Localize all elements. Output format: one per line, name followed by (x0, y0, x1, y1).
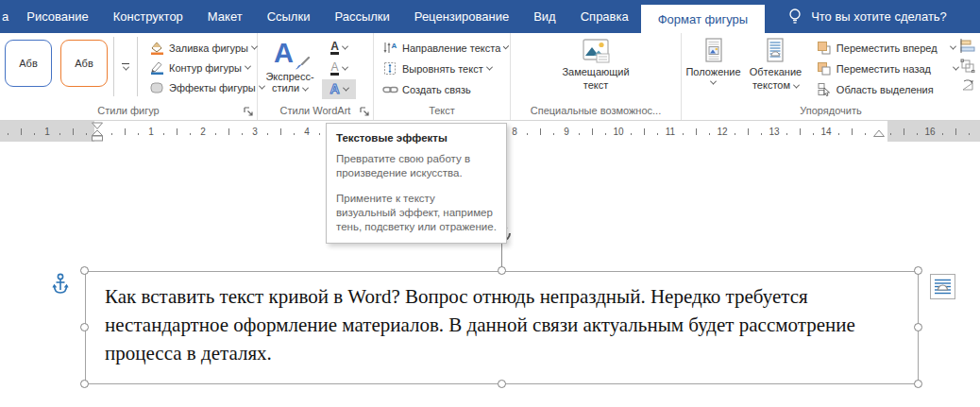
wrap-text-icon (764, 37, 786, 65)
shape-style-preview-2[interactable]: Абв (60, 40, 108, 87)
resize-handle-bottom-center[interactable] (498, 380, 506, 388)
group-text: A Направление текста Выровнять текст Соз… (374, 33, 511, 120)
tab-partial[interactable]: а (0, 0, 14, 33)
chevron-down-icon (342, 43, 348, 50)
chevron-down-icon (343, 85, 349, 92)
paint-bucket-icon (148, 41, 165, 56)
tab-view[interactable]: Вид (521, 0, 568, 33)
chain-link-icon (381, 82, 398, 97)
tell-me-label: Что вы хотите сделать? (811, 9, 947, 24)
group-label-arrange: Упорядочить (682, 105, 980, 116)
create-link-label: Создать связь (402, 84, 471, 95)
quick-styles-label-1: Экспресс- (265, 71, 313, 82)
ruler-number: 8 (509, 126, 520, 138)
selection-pane-button[interactable]: Область выделения (814, 80, 960, 98)
word-window: а Рисование Конструктор Макет Ссылки Рас… (0, 0, 980, 407)
ruler-number: 10 (610, 126, 626, 138)
group-label-shape-styles: Стили фигур (0, 105, 257, 116)
tab-design[interactable]: Конструктор (101, 0, 195, 33)
tab-shape-format-active[interactable]: Формат фигуры (641, 5, 765, 33)
resize-handle-middle-left[interactable] (80, 323, 89, 331)
text-fill-button[interactable]: A (322, 38, 356, 58)
shape-fill-label: Заливка фигуры (169, 42, 248, 54)
text-direction-icon: A (381, 41, 398, 56)
align-text-icon (381, 61, 398, 76)
chevron-down-icon (245, 63, 251, 70)
shape-effects-button[interactable]: Эффекты фигуры (146, 78, 266, 96)
align-text-button[interactable]: Выровнять текст (380, 59, 510, 77)
ruler-number: 1 (42, 126, 53, 138)
ruler-number: 3 (249, 126, 261, 138)
wrap-text-label-2: текстом (752, 79, 790, 91)
shape-outline-button[interactable]: Контур фигуры (146, 59, 266, 76)
group-objects-icon[interactable] (960, 59, 980, 73)
ruler-number: 2 (197, 126, 209, 138)
shape-fill-button[interactable]: Заливка фигуры (146, 39, 266, 57)
resize-handle-bottom-right[interactable] (914, 380, 922, 388)
wordart-a-icon: A (274, 38, 294, 68)
resize-handle-top-left[interactable] (80, 266, 89, 275)
bring-forward-button[interactable]: Переместить вперед (814, 39, 960, 57)
svg-text:A: A (392, 42, 397, 50)
tab-drawing[interactable]: Рисование (14, 0, 100, 33)
quick-styles-label-2: стили (272, 82, 299, 93)
send-backward-button[interactable]: Переместить назад (814, 59, 960, 77)
text-outline-button[interactable]: A (322, 59, 356, 78)
tooltip-body-2: Примените к тексту визуальный эффект, на… (336, 192, 497, 234)
ruler-number: 1 (145, 126, 157, 138)
align-objects-icon[interactable] (960, 39, 980, 53)
dialog-launcher-icon[interactable] (243, 106, 254, 117)
bring-forward-label: Переместить вперед (836, 42, 938, 54)
alt-text-label-2: текст (583, 78, 609, 92)
send-backward-label: Переместить назад (836, 63, 931, 75)
first-line-indent-marker[interactable] (91, 122, 104, 142)
selection-pane-icon (816, 82, 833, 97)
tab-review[interactable]: Рецензирование (402, 0, 521, 33)
ruler-number: 4 (301, 126, 313, 138)
ribbon-tab-bar: а Рисование Конструктор Макет Ссылки Рас… (0, 0, 980, 33)
right-indent-marker[interactable] (872, 129, 886, 138)
ribbon: Абв Абв Заливка фигуры (0, 33, 980, 121)
group-accessibility: Замещающий текст Специальные возможнос..… (511, 33, 682, 120)
create-link-button[interactable]: Создать связь (380, 80, 510, 98)
rotate-objects-icon[interactable] (960, 78, 980, 93)
text-direction-button[interactable]: A Направление текста (380, 39, 510, 57)
position-label: Положение (685, 65, 740, 78)
shape-style-preview-1[interactable]: Абв (5, 40, 52, 87)
selected-text-box[interactable]: Как вставить текст кривой в Word? Вопрос… (85, 271, 919, 384)
rotate-handle-stem (501, 244, 502, 267)
chevron-down-icon (302, 84, 309, 91)
text-effects-button[interactable]: A (322, 79, 356, 99)
group-label-accessibility: Специальные возможнос... (511, 105, 681, 116)
shape-effect-icon (148, 80, 165, 95)
resize-handle-top-center[interactable] (498, 266, 506, 275)
ruler-number: 11 (663, 126, 678, 138)
picture-icon (580, 37, 612, 65)
tab-references[interactable]: Ссылки (255, 0, 323, 33)
resize-handle-middle-right[interactable] (914, 323, 922, 331)
chevron-down-icon (793, 81, 800, 88)
dialog-launcher-icon[interactable] (359, 106, 370, 117)
ruler-number: 14 (818, 126, 834, 138)
text-effects-icon: A (329, 84, 339, 94)
ruler-number: 16 (921, 126, 938, 138)
anchor-icon[interactable] (52, 273, 69, 295)
alt-text-label-1: Замещающий (562, 65, 629, 78)
text-box-paragraph[interactable]: Как вставить текст кривой в Word? Вопрос… (86, 272, 918, 367)
tab-layout[interactable]: Макет (195, 0, 255, 33)
ruler-number: 12 (714, 126, 730, 138)
resize-handle-bottom-left[interactable] (80, 380, 89, 388)
chevron-down-icon (503, 43, 509, 49)
resize-handle-top-right[interactable] (914, 266, 922, 275)
layout-options-icon (934, 278, 952, 296)
tell-me-box[interactable]: Что вы хотите сделать? (774, 0, 960, 33)
tab-help[interactable]: Справка (568, 0, 641, 33)
tooltip-title: Текстовые эффекты (336, 132, 497, 144)
shape-style-more-button[interactable] (113, 37, 138, 96)
layout-options-button[interactable] (930, 274, 955, 299)
group-wordart-styles: A Экспресс- стили A A (258, 33, 374, 120)
chevron-down-icon (341, 64, 347, 71)
group-label-wordart: Стили WordArt (258, 105, 373, 116)
tab-mailings[interactable]: Рассылки (322, 0, 401, 33)
text-fill-icon: A (330, 42, 339, 55)
